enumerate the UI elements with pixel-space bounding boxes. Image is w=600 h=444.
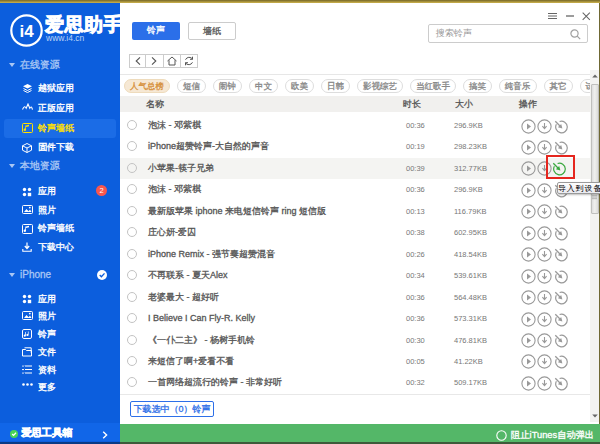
svg-text:i4: i4 — [19, 22, 34, 41]
